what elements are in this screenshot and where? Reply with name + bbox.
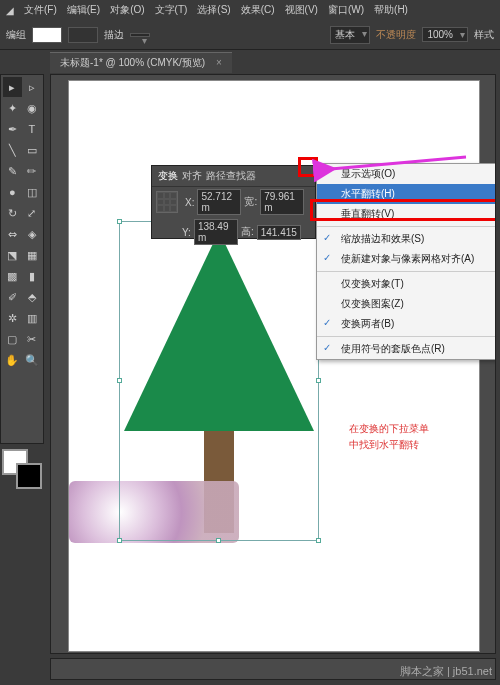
style-label: 样式 (474, 28, 494, 42)
menu-object[interactable]: 对象(O) (110, 3, 144, 17)
menu-file[interactable]: 文件(F) (24, 3, 57, 17)
selection-type-label: 编组 (6, 28, 26, 42)
menu-item[interactable]: 仅变换图案(Z) (317, 294, 495, 314)
eraser-tool[interactable]: ◫ (23, 182, 42, 202)
pen-tool[interactable]: ✒ (3, 119, 22, 139)
callout-box-flip-item (310, 199, 496, 221)
menu-item[interactable]: ✓使用符号的套版色点(R) (317, 339, 495, 359)
close-icon[interactable]: × (216, 57, 222, 68)
rotate-tool[interactable]: ↻ (3, 203, 22, 223)
y-input[interactable]: 138.49 m (194, 219, 238, 245)
menu-view[interactable]: 视图(V) (285, 3, 318, 17)
stroke-weight[interactable] (130, 33, 150, 37)
free-transform-tool[interactable]: ◈ (23, 224, 42, 244)
y-label: Y: (182, 227, 191, 238)
paintbrush-tool[interactable]: ✎ (3, 161, 22, 181)
menu-item[interactable]: ✓缩放描边和效果(S) (317, 229, 495, 249)
toolbox: ▸▹ ✦◉ ✒T ╲▭ ✎✏ ●◫ ↻⤢ ⇔◈ ⬔▦ ▩▮ ✐⬘ ✲▥ ▢✂ ✋… (0, 74, 44, 444)
canvas[interactable]: 在变换的下拉菜单中找到水平翻转 变换 对齐 路径查找器 X:52.712 m 宽… (50, 74, 496, 654)
gradient-tool[interactable]: ▮ (23, 266, 42, 286)
scale-tool[interactable]: ⤢ (23, 203, 42, 223)
control-bar: 编组 描边 基本 不透明度 100% 样式 (0, 20, 500, 50)
menu-window[interactable]: 窗口(W) (328, 3, 364, 17)
eyedropper-tool[interactable]: ✐ (3, 287, 22, 307)
panel-tab-pathfinder[interactable]: 路径查找器 (206, 169, 256, 183)
menu-edit[interactable]: 编辑(E) (67, 3, 100, 17)
x-input[interactable]: 52.712 m (197, 189, 241, 215)
basic-dropdown[interactable]: 基本 (330, 26, 370, 44)
opacity-value[interactable]: 100% (422, 27, 468, 42)
document-tabbar: 未标题-1* @ 100% (CMYK/预览) × (0, 50, 500, 74)
annotation-arrow (326, 153, 476, 175)
stroke-swatch[interactable] (68, 27, 98, 43)
pencil-tool[interactable]: ✏ (23, 161, 42, 181)
tab-title: 未标题-1* @ 100% (CMYK/预览) (60, 57, 205, 68)
transform-flyout-menu: 显示选项(O)水平翻转(H)垂直翻转(V)✓缩放描边和效果(S)✓使新建对象与像… (316, 163, 496, 360)
w-label: 宽: (244, 195, 257, 209)
annotation-text: 在变换的下拉菜单中找到水平翻转 (349, 421, 429, 453)
hand-tool[interactable]: ✋ (3, 350, 22, 370)
color-well[interactable] (2, 449, 42, 489)
w-input[interactable]: 79.961 m (260, 189, 304, 215)
app-icon: ◢ (6, 5, 14, 16)
zoom-tool[interactable]: 🔍 (23, 350, 42, 370)
magic-wand-tool[interactable]: ✦ (3, 98, 22, 118)
menu-item[interactable]: ✓使新建对象与像素网格对齐(A) (317, 249, 495, 269)
artboard-tool[interactable]: ▢ (3, 329, 22, 349)
line-tool[interactable]: ╲ (3, 140, 22, 160)
selection-tool[interactable]: ▸ (3, 77, 22, 97)
selection-bounding-box[interactable] (119, 221, 319, 541)
rectangle-tool[interactable]: ▭ (23, 140, 42, 160)
document-tab[interactable]: 未标题-1* @ 100% (CMYK/预览) × (50, 52, 232, 73)
watermark: 脚本之家 | jb51.net (400, 664, 492, 679)
h-label: 高: (241, 225, 254, 239)
type-tool[interactable]: T (23, 119, 42, 139)
shape-builder-tool[interactable]: ⬔ (3, 245, 22, 265)
reference-point[interactable] (156, 191, 178, 213)
main-area: ▸▹ ✦◉ ✒T ╲▭ ✎✏ ●◫ ↻⤢ ⇔◈ ⬔▦ ▩▮ ✐⬘ ✲▥ ▢✂ ✋… (0, 74, 500, 684)
menu-select[interactable]: 选择(S) (197, 3, 230, 17)
fill-swatch[interactable] (32, 27, 62, 43)
menu-type[interactable]: 文字(T) (155, 3, 188, 17)
blend-tool[interactable]: ⬘ (23, 287, 42, 307)
menubar: ◢ 文件(F) 编辑(E) 对象(O) 文字(T) 选择(S) 效果(C) 视图… (0, 0, 500, 20)
opacity-label: 不透明度 (376, 28, 416, 42)
menu-item[interactable]: ✓变换两者(B) (317, 314, 495, 334)
blob-brush-tool[interactable]: ● (3, 182, 22, 202)
menu-help[interactable]: 帮助(H) (374, 3, 408, 17)
callout-box-menu-button (298, 157, 318, 177)
svg-line-0 (331, 157, 466, 169)
menu-effect[interactable]: 效果(C) (241, 3, 275, 17)
panel-tab-transform[interactable]: 变换 (158, 169, 178, 183)
direct-selection-tool[interactable]: ▹ (23, 77, 42, 97)
transform-panel: 变换 对齐 路径查找器 X:52.712 m 宽:79.961 m Y:138.… (151, 165, 316, 239)
panel-tab-align[interactable]: 对齐 (182, 169, 202, 183)
stroke-label: 描边 (104, 28, 124, 42)
symbol-sprayer-tool[interactable]: ✲ (3, 308, 22, 328)
mesh-tool[interactable]: ▩ (3, 266, 22, 286)
width-tool[interactable]: ⇔ (3, 224, 22, 244)
x-label: X: (185, 197, 194, 208)
perspective-tool[interactable]: ▦ (23, 245, 42, 265)
h-input[interactable]: 141.415 (257, 225, 301, 240)
lasso-tool[interactable]: ◉ (23, 98, 42, 118)
menu-item[interactable]: 仅变换对象(T) (317, 274, 495, 294)
slice-tool[interactable]: ✂ (23, 329, 42, 349)
graph-tool[interactable]: ▥ (23, 308, 42, 328)
